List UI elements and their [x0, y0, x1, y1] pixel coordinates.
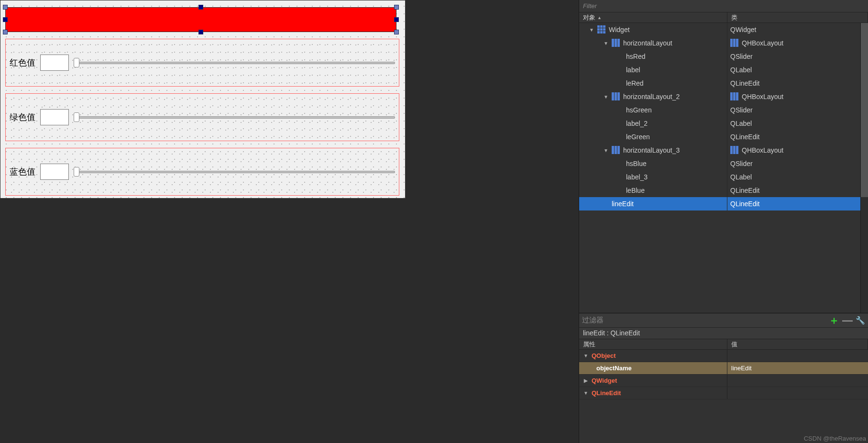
object-name: horizontalLayout_3 — [623, 146, 680, 154]
column-header-value[interactable]: 值 — [727, 339, 868, 349]
property-filter-input[interactable]: 过滤器 — [582, 316, 826, 325]
column-header-object[interactable]: 对象 ▲ — [579, 12, 727, 22]
slider-track — [74, 116, 395, 119]
slider-track — [74, 171, 395, 173]
class-name: QSlider — [730, 53, 753, 60]
property-editor: 过滤器 ＋ — 🔧 lineEdit : QLineEdit 属性 值 ▼QOb… — [579, 313, 868, 443]
resize-handle-l[interactable] — [3, 17, 8, 22]
property-filter-row: 过滤器 ＋ — 🔧 — [579, 313, 868, 328]
resize-handle-br[interactable] — [394, 30, 399, 34]
tree-row[interactable]: label_2QLabel — [579, 117, 860, 130]
class-name: QLabel — [730, 173, 752, 181]
label-blue: 蓝色值 — [10, 166, 35, 177]
property-group[interactable]: ▼QLineEdit — [579, 387, 868, 399]
expander-icon[interactable]: ▶ — [583, 378, 589, 383]
property-value[interactable]: lineEdit — [731, 365, 752, 372]
slider-red[interactable] — [74, 58, 395, 67]
class-name: QSlider — [730, 160, 753, 167]
property-group[interactable]: ▼QObject — [579, 350, 868, 362]
object-name: label_2 — [626, 120, 648, 127]
object-tree[interactable]: ▼WidgetQWidget▼horizontalLayoutQHBoxLayo… — [579, 23, 860, 313]
expander-icon[interactable]: ▼ — [603, 94, 609, 100]
label-green: 绿色值 — [10, 111, 35, 123]
hbox-layout-icon — [612, 146, 620, 155]
label-red: 红色值 — [10, 57, 35, 68]
object-name: hsRed — [626, 53, 645, 60]
layout-row-green[interactable]: 绿色值 — [5, 93, 399, 141]
object-tree-scrollbar[interactable] — [860, 23, 868, 313]
slider-blue[interactable] — [74, 167, 395, 177]
resize-handle-tr[interactable] — [394, 5, 399, 10]
tree-row[interactable]: leBlueQLineEdit — [579, 184, 860, 197]
column-header-property[interactable]: 属性 — [579, 339, 727, 349]
object-name: leGreen — [626, 133, 650, 141]
hbox-layout-icon — [730, 146, 739, 155]
filter-placeholder: Filter — [583, 2, 597, 10]
tree-row[interactable]: hsBlueQSlider — [579, 157, 860, 170]
lineedit-red[interactable] — [40, 55, 69, 71]
object-name: Widget — [609, 26, 630, 33]
hbox-layout-icon — [730, 39, 739, 47]
settings-icon[interactable]: 🔧 — [856, 316, 865, 325]
tree-row[interactable]: hsRedQSlider — [579, 50, 860, 63]
object-name: label — [626, 66, 640, 74]
hbox-layout-icon — [612, 39, 620, 47]
class-name: QHBoxLayout — [742, 39, 783, 47]
slider-thumb[interactable] — [74, 167, 79, 177]
tree-row[interactable]: ▼WidgetQWidget — [579, 23, 860, 36]
group-name: QObject — [592, 352, 616, 359]
tree-row[interactable]: ▼horizontalLayout_3QHBoxLayout — [579, 144, 860, 157]
form-designer-canvas[interactable]: 红色值 绿色值 蓝色值 — [0, 0, 406, 199]
tree-row[interactable]: lineEditQLineEdit — [579, 197, 860, 210]
lineedit-preview[interactable] — [5, 7, 396, 32]
resize-handle-tl[interactable] — [3, 5, 8, 10]
resize-handle-b[interactable] — [198, 30, 203, 34]
class-name: QSlider — [730, 106, 753, 114]
tree-row[interactable]: label_3QLabel — [579, 170, 860, 184]
tree-row[interactable]: ▼horizontalLayout_2QHBoxLayout — [579, 90, 860, 103]
slider-thumb[interactable] — [74, 58, 79, 67]
property-breadcrumb: lineEdit : QLineEdit — [579, 328, 868, 339]
object-inspector-filter[interactable]: Filter — [579, 0, 868, 12]
slider-track — [74, 62, 395, 64]
class-name: QLineEdit — [730, 133, 759, 141]
property-table[interactable]: ▼QObjectobjectNamelineEdit▶QWidget▼QLine… — [579, 350, 868, 443]
tree-row[interactable]: labelQLabel — [579, 63, 860, 77]
tree-row[interactable]: hsGreenQSlider — [579, 103, 860, 117]
property-row[interactable]: objectNamelineEdit — [579, 362, 868, 375]
expander-icon[interactable]: ▼ — [603, 148, 609, 153]
resize-handle-bl[interactable] — [3, 30, 8, 34]
expander-icon[interactable]: ▼ — [589, 27, 594, 33]
resize-handle-r[interactable] — [394, 17, 399, 22]
object-name: leRed — [626, 79, 644, 87]
property-name: objectName — [596, 365, 632, 372]
hbox-layout-icon — [730, 92, 739, 101]
group-name: QLineEdit — [592, 389, 621, 397]
expander-icon[interactable]: ▼ — [583, 353, 589, 358]
remove-property-icon[interactable]: — — [842, 314, 853, 327]
layout-row-red[interactable]: 红色值 — [5, 39, 399, 87]
property-group[interactable]: ▶QWidget — [579, 375, 868, 387]
right-panel-area: Filter 对象 ▲ 类 ▼WidgetQWidget▼horizontalL… — [579, 0, 868, 443]
object-name: hsGreen — [626, 106, 652, 114]
expander-icon[interactable]: ▼ — [603, 41, 609, 46]
widget-icon — [597, 25, 606, 34]
slider-thumb[interactable] — [74, 112, 79, 122]
tree-row[interactable]: leRedQLineEdit — [579, 77, 860, 90]
slider-green[interactable] — [74, 112, 395, 122]
object-name: label_3 — [626, 173, 648, 181]
layout-row-blue[interactable]: 蓝色值 — [5, 148, 399, 196]
class-name: QLineEdit — [730, 79, 759, 87]
object-name: hsBlue — [626, 160, 647, 167]
tree-row[interactable]: leGreenQLineEdit — [579, 130, 860, 144]
expander-icon[interactable]: ▼ — [583, 390, 589, 396]
lineedit-green[interactable] — [40, 109, 69, 125]
resize-handle-t[interactable] — [198, 5, 203, 10]
tree-row[interactable]: ▼horizontalLayoutQHBoxLayout — [579, 36, 860, 50]
add-property-icon[interactable]: ＋ — [829, 313, 839, 328]
lineedit-blue[interactable] — [40, 164, 69, 180]
object-name: lineEdit — [612, 200, 634, 208]
watermark: CSDN @theRavensea — [804, 435, 866, 442]
group-name: QWidget — [592, 377, 617, 384]
column-header-class[interactable]: 类 — [727, 12, 868, 22]
